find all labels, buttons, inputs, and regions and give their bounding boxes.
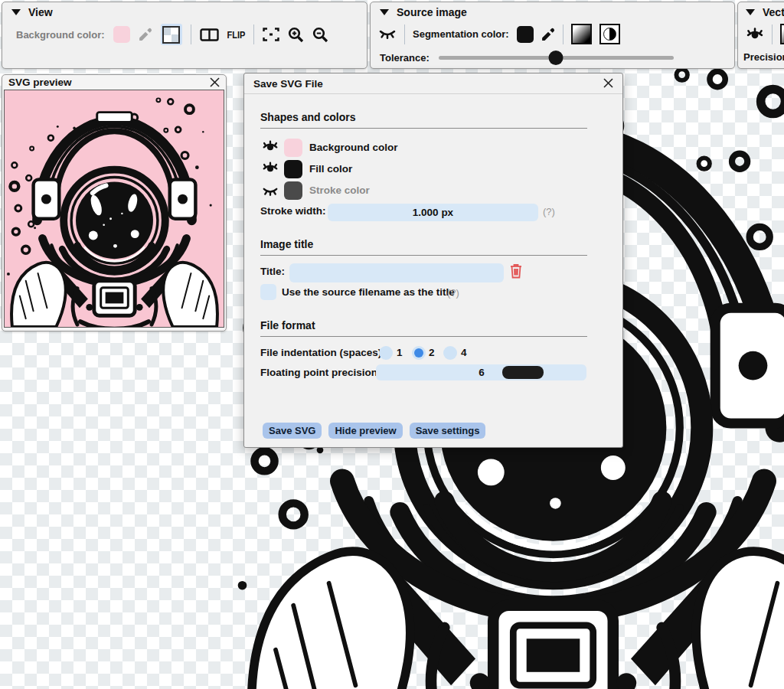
source-image-panel-header: Source image (371, 2, 734, 21)
title-label: Title: (260, 266, 285, 277)
stroke-width-help: (?) (543, 206, 555, 217)
save-settings-button[interactable]: Save settings (410, 423, 486, 439)
background-color-swatch[interactable] (113, 26, 130, 43)
segmentation-color-label: Segmentation color: (413, 28, 509, 40)
divider (404, 24, 405, 44)
divider (772, 24, 773, 44)
view-panel: View Background color: FLIP (2, 2, 368, 69)
trash-icon[interactable] (509, 263, 523, 279)
save-svg-button[interactable]: Save SVG (263, 423, 322, 439)
use-filename-checkbox[interactable] (260, 284, 276, 300)
stroke-color-row-label: Stroke color (309, 184, 370, 196)
title-input[interactable] (289, 263, 504, 282)
half-circle-icon (603, 28, 616, 41)
precision-label: Precision: (743, 51, 784, 63)
eye-visible-icon[interactable] (262, 162, 279, 174)
tolerance-slider[interactable] (439, 56, 674, 60)
grayscale-gradient-icon[interactable] (571, 24, 592, 44)
eye-visible-icon[interactable] (262, 140, 279, 152)
split-view-icon[interactable] (200, 28, 219, 41)
close-icon[interactable] (210, 77, 220, 87)
image-title-heading: Image title (260, 238, 587, 256)
use-filename-help: (?) (447, 287, 459, 299)
vectorize-panel-title: Vectorize (763, 6, 784, 18)
flip-button[interactable]: FLIP (227, 29, 246, 40)
dialog-fill-color-swatch[interactable] (284, 160, 302, 178)
file-format-heading: File format (260, 319, 587, 337)
zoom-out-icon[interactable] (312, 27, 328, 43)
stroke-width-field[interactable]: 1.000 px (328, 204, 538, 221)
eyedropper-icon[interactable] (541, 28, 555, 41)
dialog-background-color-swatch[interactable] (284, 139, 302, 157)
source-image-panel-title: Source image (397, 6, 467, 18)
transparency-background-button[interactable] (161, 24, 182, 45)
precision-label: Floating point precision: (260, 367, 381, 378)
indent-option-label: 2 (429, 347, 435, 358)
eye-hidden-icon[interactable] (262, 186, 279, 197)
source-image-panel: Source image Segmentation color: Toleran… (370, 2, 735, 69)
collapse-triangle-icon[interactable] (746, 9, 755, 15)
use-filename-label: Use the source filename as the title (282, 286, 455, 298)
view-panel-header: View (2, 2, 367, 21)
eye-hidden-icon[interactable] (378, 28, 397, 40)
svg-preview-image (4, 90, 224, 328)
shapes-and-colors-heading: Shapes and colors (260, 111, 587, 129)
background-color-label: Background color: (16, 29, 105, 41)
collapse-triangle-icon[interactable] (380, 9, 389, 15)
indent-radio-2[interactable] (412, 346, 426, 360)
fit-to-screen-icon[interactable] (263, 28, 279, 41)
hide-preview-button[interactable]: Hide preview (328, 423, 402, 439)
view-panel-title: View (28, 6, 53, 18)
segmentation-color-swatch[interactable] (517, 26, 534, 43)
indent-option-label: 4 (461, 347, 467, 358)
dialog-title: Save SVG File (253, 78, 323, 90)
clipped-toolbar-icon[interactable] (780, 24, 784, 44)
dialog-titlebar: Save SVG File (244, 73, 622, 94)
eyedropper-icon[interactable] (139, 28, 152, 41)
precision-slider-handle[interactable] (502, 366, 544, 379)
tolerance-label: Tolerance: (380, 52, 430, 64)
indentation-label: File indentation (spaces): (260, 347, 385, 358)
eye-visible-icon[interactable] (746, 28, 764, 41)
vectorize-panel-header: Vectorize (738, 2, 784, 21)
threshold-icon[interactable] (599, 24, 620, 44)
zoom-in-icon[interactable] (288, 27, 304, 43)
fill-color-row-label: Fill color (309, 163, 352, 175)
vectorize-panel: Vectorize Precision: (737, 2, 784, 69)
indent-radio-1[interactable] (379, 346, 393, 360)
indent-radio-4[interactable] (443, 346, 457, 360)
background-color-row-label: Background color (309, 142, 398, 153)
indent-option-label: 1 (397, 347, 403, 358)
divider (563, 24, 564, 44)
precision-slider[interactable]: 6 (376, 364, 586, 380)
divider (191, 24, 191, 44)
collapse-triangle-icon[interactable] (11, 9, 21, 15)
precision-value: 6 (474, 364, 489, 380)
tolerance-slider-handle[interactable] (549, 51, 564, 65)
svg-preview-header: SVG preview (2, 75, 226, 90)
dialog-stroke-color-swatch[interactable] (284, 181, 302, 200)
checkerboard-icon (162, 26, 180, 44)
svg-preview-title: SVG preview (8, 77, 72, 88)
save-svg-dialog: Save SVG File Shapes and colors Backgrou… (243, 73, 623, 448)
stroke-width-label: Stroke width: (260, 205, 326, 217)
divider (253, 24, 254, 44)
svg-preview-panel: SVG preview (2, 74, 227, 331)
close-icon[interactable] (603, 78, 613, 88)
